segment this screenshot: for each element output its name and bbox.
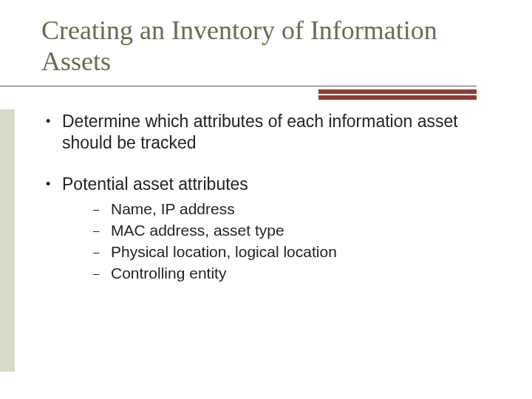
sub-bullet-text: MAC address, asset type <box>111 221 489 241</box>
bullet-icon: • <box>46 111 62 154</box>
sub-bullet-text: Controlling entity <box>111 264 489 284</box>
dash-icon: – <box>93 221 111 241</box>
bullet-text: Potential asset attributes <box>62 174 489 195</box>
content-area: • Determine which attributes of each inf… <box>46 111 489 285</box>
sub-bullet-item: – MAC address, asset type <box>93 221 489 241</box>
sub-bullet-text: Physical location, logical location <box>111 242 489 262</box>
sub-bullet-item: – Controlling entity <box>93 264 489 284</box>
sub-bullet-item: – Physical location, logical location <box>93 242 489 262</box>
accent-bars <box>318 88 477 100</box>
divider-area <box>0 86 532 86</box>
bullet-icon: • <box>46 174 62 195</box>
left-gutter <box>0 109 15 372</box>
bullet-item: • Determine which attributes of each inf… <box>46 111 489 154</box>
dash-icon: – <box>93 200 111 219</box>
horizontal-rule <box>0 86 477 86</box>
title-block: Creating an Inventory of Information Ass… <box>41 15 492 78</box>
bullet-item: • Potential asset attributes <box>46 174 489 195</box>
dash-icon: – <box>93 242 111 262</box>
bullet-text: Determine which attributes of each infor… <box>62 111 489 154</box>
accent-bar <box>318 95 477 100</box>
sub-bullet-list: – Name, IP address – MAC address, asset … <box>93 200 489 284</box>
sub-bullet-item: – Name, IP address <box>93 200 489 219</box>
sub-bullet-text: Name, IP address <box>111 200 489 219</box>
slide-title: Creating an Inventory of Information Ass… <box>41 15 492 78</box>
accent-bar <box>318 89 477 94</box>
slide: Creating an Inventory of Information Ass… <box>0 0 532 399</box>
dash-icon: – <box>93 264 111 284</box>
